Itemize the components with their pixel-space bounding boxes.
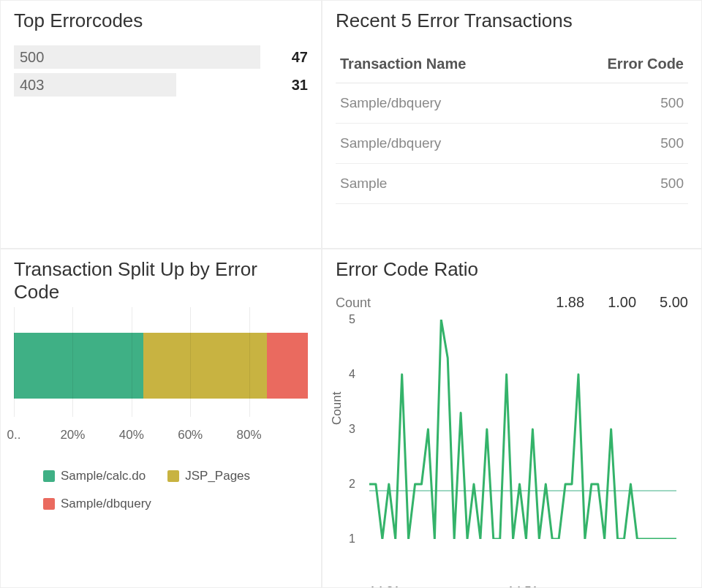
legend-label: Sample/calc.do — [61, 469, 146, 483]
tx-code: 500 — [551, 124, 688, 164]
table-row: Sample/dbquery500 — [336, 124, 688, 164]
x-tick: 14:21 — [369, 584, 401, 588]
panel-title-ratio: Error Code Ratio — [336, 258, 688, 281]
legend-swatch — [43, 470, 55, 482]
table-row: Sample500 — [336, 164, 688, 204]
y-tick: 1 — [349, 532, 355, 546]
stacked-bar — [14, 333, 308, 399]
legend-item: JSP_Pages — [167, 469, 250, 483]
errorcode-row: 50047 — [14, 45, 308, 69]
tx-name: Sample/dbquery — [336, 124, 551, 164]
y-tick: 2 — [349, 478, 355, 491]
errorcode-count: 47 — [276, 49, 308, 66]
ratio-chart: Count 12345 14:2114:51 — [336, 315, 687, 564]
panel-top-errorcodes: Top Errorcodes 5004740331 — [0, 0, 322, 249]
y-tick: 5 — [349, 313, 355, 326]
errorcode-label: 500 — [20, 49, 44, 66]
ratio-stat-3: 5.00 — [660, 294, 688, 311]
axis-tick: 20% — [60, 428, 85, 442]
y-tick: 3 — [349, 423, 355, 436]
legend-item: Sample/dbquery — [43, 497, 151, 511]
stack-segment — [14, 333, 143, 399]
axis-tick: 60% — [178, 428, 203, 442]
legend-label: Sample/dbquery — [61, 497, 151, 511]
ratio-stats-row: Count 1.88 1.00 5.00 — [336, 294, 688, 311]
legend-label: JSP_Pages — [185, 469, 250, 483]
legend-swatch — [43, 498, 55, 510]
col-header-code: Error Code — [551, 45, 688, 83]
stack-segment — [143, 333, 267, 399]
ratio-stat-1: 1.88 — [556, 294, 584, 311]
legend-item: Sample/calc.do — [43, 469, 146, 483]
tx-code: 500 — [551, 164, 688, 204]
tx-name: Sample — [336, 164, 551, 204]
errorcode-label: 403 — [20, 77, 44, 94]
ratio-ylabel: Count — [330, 392, 344, 425]
ratio-stat-2: 1.00 — [608, 294, 636, 311]
table-row: Sample/dbquery500 — [336, 83, 688, 124]
tx-code: 500 — [551, 83, 688, 124]
stacked-bar-axis: 0..20%40%60%80% — [14, 428, 308, 450]
legend-swatch — [167, 470, 179, 482]
stacked-bar-legend: Sample/calc.doJSP_PagesSample/dbquery — [14, 469, 308, 511]
ratio-count-label: Count — [336, 295, 371, 311]
panel-error-ratio: Error Code Ratio Count 1.88 1.00 5.00 Co… — [322, 249, 702, 588]
errorcodes-list: 5004740331 — [14, 45, 308, 97]
x-tick: 14:51 — [507, 584, 539, 588]
ratio-line-plot — [369, 320, 676, 539]
recent-tx-table: Transaction Name Error Code Sample/dbque… — [336, 45, 688, 204]
panel-recent-transactions: Recent 5 Error Transactions Transaction … — [322, 0, 702, 249]
axis-tick: 80% — [237, 428, 262, 442]
panel-title-top-errorcodes: Top Errorcodes — [14, 10, 308, 32]
panel-tx-split: Transaction Split Up by Error Code 0..20… — [0, 249, 322, 588]
axis-tick: 40% — [119, 428, 144, 442]
errorcode-count: 31 — [276, 77, 308, 94]
y-tick: 4 — [349, 368, 355, 381]
panel-title-tx-split: Transaction Split Up by Error Code — [14, 258, 308, 304]
errorcode-row: 40331 — [14, 73, 308, 97]
panel-title-recent-tx: Recent 5 Error Transactions — [336, 10, 688, 32]
col-header-name: Transaction Name — [336, 45, 551, 83]
tx-name: Sample/dbquery — [336, 83, 551, 124]
axis-tick: 0.. — [7, 428, 21, 442]
stack-segment — [267, 333, 308, 399]
